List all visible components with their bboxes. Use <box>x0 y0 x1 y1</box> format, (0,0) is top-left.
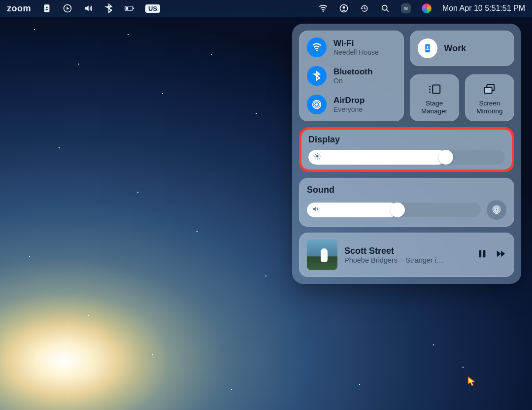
menu-bar-clock[interactable]: Mon Apr 10 5:51:51 PM <box>442 4 525 13</box>
svg-point-22 <box>427 46 429 48</box>
display-label: Display <box>308 135 505 145</box>
brightness-slider[interactable] <box>308 150 505 165</box>
svg-rect-6 <box>133 7 134 9</box>
focus-tile[interactable]: Work <box>410 31 515 66</box>
svg-rect-44 <box>483 250 486 258</box>
svg-rect-43 <box>479 250 482 258</box>
stage-manager-label: Stage Manager <box>421 100 447 115</box>
volume-icon <box>312 205 320 215</box>
airplay-icon <box>492 205 501 215</box>
bluetooth-icon[interactable] <box>104 3 114 13</box>
bluetooth-toggle[interactable]: Bluetooth On <box>307 66 396 86</box>
bluetooth-label: Bluetooth <box>333 67 372 77</box>
svg-rect-7 <box>126 7 128 10</box>
now-playing-tile[interactable]: Scott Street Phoebe Bridgers – Stranger … <box>299 233 514 277</box>
svg-line-12 <box>386 10 388 12</box>
svg-point-39 <box>496 208 498 211</box>
pause-button[interactable] <box>477 248 488 261</box>
focus-label: Work <box>444 43 466 54</box>
svg-point-1 <box>46 6 48 8</box>
media-title: Scott Street <box>344 246 470 256</box>
svg-rect-21 <box>425 44 430 53</box>
wifi-label: Wi-Fi <box>333 38 379 48</box>
time-machine-icon[interactable] <box>360 3 369 13</box>
svg-marker-46 <box>501 251 505 257</box>
svg-point-26 <box>429 89 431 90</box>
now-playing-icon[interactable] <box>63 3 72 13</box>
airdrop-label: AirDrop <box>333 96 365 105</box>
media-subtitle: Phoebe Bridgers – Stranger i… <box>344 256 470 264</box>
input-source-badge[interactable]: US <box>145 4 160 13</box>
svg-line-38 <box>315 158 315 158</box>
mini-tiles-row: Stage Manager Screen Mirroring <box>410 74 515 121</box>
svg-point-16 <box>406 9 407 10</box>
svg-line-35 <box>315 154 315 154</box>
screen-mirroring-icon <box>482 82 497 97</box>
svg-point-10 <box>342 6 345 9</box>
stage-manager-button[interactable]: Stage Manager <box>410 74 459 121</box>
next-track-button[interactable] <box>496 248 506 261</box>
volume-icon[interactable] <box>83 3 93 13</box>
airdrop-status: Everyone <box>333 105 365 113</box>
airdrop-icon <box>307 95 327 114</box>
svg-point-8 <box>323 11 324 12</box>
svg-rect-29 <box>485 87 492 93</box>
siri-icon[interactable] <box>422 3 432 13</box>
display-section-highlighted: Display <box>299 127 514 172</box>
screen-mirroring-button[interactable]: Screen Mirroring <box>465 74 514 121</box>
sound-label: Sound <box>307 185 506 195</box>
svg-marker-4 <box>66 7 69 10</box>
airplay-audio-button[interactable] <box>487 200 506 220</box>
brightness-icon <box>313 152 321 162</box>
svg-line-36 <box>319 158 319 158</box>
svg-point-17 <box>316 50 317 51</box>
svg-marker-45 <box>497 251 501 257</box>
id-badge-icon[interactable] <box>42 3 52 13</box>
wifi-icon[interactable] <box>318 3 328 13</box>
screen-mirroring-label: Screen Mirroring <box>476 100 502 115</box>
svg-rect-2 <box>45 9 48 10</box>
svg-point-11 <box>382 5 387 10</box>
volume-slider[interactable] <box>307 203 481 217</box>
airdrop-toggle[interactable]: AirDrop Everyone <box>307 95 396 114</box>
menu-bar: zoom US Mon <box>0 0 532 17</box>
svg-point-40 <box>494 207 499 212</box>
svg-point-14 <box>404 7 405 8</box>
svg-point-30 <box>316 155 318 157</box>
control-center-icon[interactable] <box>401 3 411 13</box>
bluetooth-icon <box>307 66 327 86</box>
sound-section: Sound <box>299 178 514 227</box>
svg-line-37 <box>319 154 319 154</box>
connectivity-tile: Wi-Fi Needell House Bluetooth On AirDrop… <box>299 31 404 121</box>
spotlight-icon[interactable] <box>380 3 390 13</box>
user-icon[interactable] <box>339 3 349 13</box>
svg-rect-23 <box>426 48 429 50</box>
stage-manager-icon <box>427 82 442 97</box>
battery-icon[interactable] <box>125 3 134 13</box>
bluetooth-status: On <box>333 77 372 85</box>
focus-work-icon <box>418 38 437 58</box>
wifi-icon <box>307 37 327 57</box>
svg-marker-47 <box>468 376 475 386</box>
svg-point-25 <box>429 86 431 87</box>
mouse-cursor <box>467 376 478 388</box>
control-center-panel: Wi-Fi Needell House Bluetooth On AirDrop… <box>292 24 521 284</box>
wifi-network-name: Needell House <box>333 48 379 56</box>
svg-rect-24 <box>432 85 440 94</box>
svg-point-27 <box>429 91 431 93</box>
album-art <box>307 239 337 270</box>
wifi-toggle[interactable]: Wi-Fi Needell House <box>307 37 396 57</box>
active-app-name[interactable]: zoom <box>7 3 31 14</box>
svg-point-18 <box>315 103 318 106</box>
